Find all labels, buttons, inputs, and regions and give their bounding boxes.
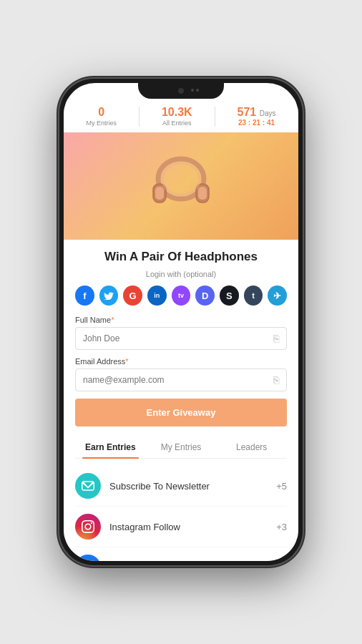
entry-label-newsletter: Subscribe To Newsletter xyxy=(109,481,276,492)
stats-bar: 0 My Entries 10.3K All Entries 571 Days … xyxy=(64,99,298,132)
screen: 0 My Entries 10.3K All Entries 571 Days … xyxy=(64,99,298,561)
my-entries-value: 0 xyxy=(86,106,117,119)
entry-points-newsletter: +5 xyxy=(276,481,287,492)
tab-earn-entries[interactable]: Earn Entries xyxy=(75,436,146,458)
divider-2 xyxy=(215,107,215,127)
enter-giveaway-button[interactable]: Enter Giveaway xyxy=(75,399,287,426)
social-login-row: f G in tv D S t ✈ xyxy=(75,286,287,306)
main-content: Win A Pair Of Headphones Login with (opt… xyxy=(64,240,298,561)
days-value: 571 Days xyxy=(238,106,276,119)
entry-icon-instagram xyxy=(75,514,101,540)
svg-rect-4 xyxy=(198,187,207,200)
entry-facebook[interactable]: Visit/Like Facebook Page +3 xyxy=(75,547,287,561)
social-login-facebook[interactable]: f xyxy=(75,286,94,306)
entry-label-instagram: Instagram Follow xyxy=(109,522,276,532)
notch xyxy=(138,83,224,99)
social-login-twitch[interactable]: tv xyxy=(172,286,191,306)
email-input-row[interactable]: ⎘ xyxy=(75,369,287,391)
tab-leaders[interactable]: Leaders xyxy=(216,436,287,458)
phone-frame: 0 My Entries 10.3K All Entries 571 Days … xyxy=(59,79,303,565)
entry-newsletter[interactable]: Subscribe To Newsletter +5 xyxy=(75,466,287,507)
stat-all-entries: 10.3K All Entries xyxy=(162,106,192,127)
social-login-steam[interactable]: S xyxy=(220,286,239,306)
fullname-input[interactable] xyxy=(83,333,273,343)
entry-icon-facebook xyxy=(75,555,101,561)
timer-value: 23 : 21 : 41 xyxy=(238,119,276,127)
stat-my-entries: 0 My Entries xyxy=(86,106,117,127)
social-login-tumblr[interactable]: t xyxy=(244,286,263,306)
fullname-label: Full Name* xyxy=(75,316,287,324)
hero-image xyxy=(64,132,298,240)
all-entries-label: All Entries xyxy=(162,119,192,127)
phone-inner: 0 My Entries 10.3K All Entries 571 Days … xyxy=(64,83,298,561)
email-input[interactable] xyxy=(83,375,273,385)
copy-icon-email: ⎘ xyxy=(273,374,279,386)
social-login-twitter[interactable] xyxy=(99,286,119,306)
giveaway-title: Win A Pair Of Headphones xyxy=(75,250,287,264)
entry-points-instagram: +3 xyxy=(276,522,287,532)
social-login-discord[interactable]: D xyxy=(195,286,215,306)
entry-instagram[interactable]: Instagram Follow +3 xyxy=(75,507,287,547)
headphones-illustration xyxy=(142,147,220,225)
svg-rect-2 xyxy=(155,187,164,200)
svg-point-5 xyxy=(162,163,200,195)
my-entries-label: My Entries xyxy=(86,119,117,127)
entry-icon-newsletter xyxy=(75,473,101,499)
entry-list: Subscribe To Newsletter +5 Instagram Fol… xyxy=(75,466,287,561)
email-label: Email Address* xyxy=(75,357,287,366)
login-label: Login with (optional) xyxy=(75,270,287,278)
all-entries-value: 10.3K xyxy=(162,106,192,119)
copy-icon: ⎘ xyxy=(273,333,279,344)
camera xyxy=(178,88,184,94)
tab-bar: Earn Entries My Entries Leaders xyxy=(75,436,287,459)
divider-1 xyxy=(139,107,140,127)
stat-days: 571 Days 23 : 21 : 41 xyxy=(238,106,276,127)
social-login-linkedin[interactable]: in xyxy=(147,286,167,306)
fullname-input-row[interactable]: ⎘ xyxy=(75,327,287,350)
tab-my-entries[interactable]: My Entries xyxy=(146,436,217,458)
sensors xyxy=(191,89,199,92)
social-login-telegram[interactable]: ✈ xyxy=(268,286,287,306)
social-login-google[interactable]: G xyxy=(123,286,142,306)
